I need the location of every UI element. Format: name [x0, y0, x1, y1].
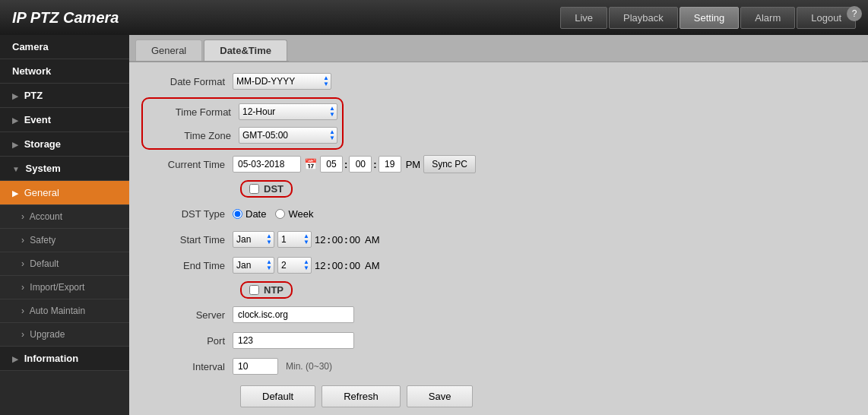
end-month-wrapper: JanFebMar ▲▼ [233, 257, 274, 274]
dst-section-header: DST [141, 180, 856, 198]
main-layout: Camera Network ▶ PTZ ▶ Event ▶ Storage ▼… [0, 35, 868, 415]
nav-setting[interactable]: Setting [680, 7, 739, 29]
interval-hint: Min. (0~30) [286, 361, 332, 372]
sidebar: Camera Network ▶ PTZ ▶ Event ▶ Storage ▼… [0, 35, 129, 415]
sidebar-item-upgrade[interactable]: › Upgrade [0, 323, 129, 347]
calendar-icon[interactable]: 📅 [304, 158, 317, 170]
arrow-icon-importexport: › [21, 282, 24, 293]
sidebar-item-system[interactable]: ▼ System [0, 157, 129, 181]
radio-date-text: Date [246, 208, 266, 220]
date-format-label: Date Format [141, 76, 233, 87]
timezone-row: Time Zone GMT-05:00 GMT+00:00 GMT+08:00 … [147, 125, 337, 145]
interval-input[interactable]: 10 [233, 358, 278, 375]
timezone-label: Time Zone [147, 130, 239, 141]
start-ampm: AM [365, 234, 380, 246]
dst-label: DST [264, 183, 284, 195]
end-day-select[interactable]: 123 [277, 257, 312, 274]
radio-week-label[interactable]: Week [275, 208, 313, 220]
ampm-display: PM [406, 159, 421, 170]
server-label: Server [141, 309, 233, 321]
sidebar-item-safety[interactable]: › Safety [0, 229, 129, 252]
end-sep1: : [327, 260, 330, 271]
start-hour: 12 [315, 234, 325, 246]
content-area: Date Format MM-DD-YYYY DD-MM-YYYY YYYY-M… [129, 62, 868, 415]
sidebar-label-automaintain: Auto Maintain [30, 306, 85, 316]
end-time-control: JanFebMar ▲▼ 123 ▲▼ 12 : 00 : [233, 257, 380, 274]
sidebar-item-automaintain[interactable]: › Auto Maintain [0, 299, 129, 323]
server-control: clock.isc.org [233, 306, 354, 323]
sidebar-label-network: Network [12, 65, 51, 77]
sidebar-item-network[interactable]: Network [0, 59, 129, 84]
arrow-icon-automaintain: › [21, 306, 24, 316]
ntp-group: NTP [240, 281, 293, 299]
interval-control: 10 Min. (0~30) [233, 358, 332, 375]
time-format-select[interactable]: 12-Hour 24-Hour [239, 103, 337, 120]
current-time-row: Current Time 05-03-2018 📅 05 : 00 : 19 P… [141, 154, 856, 174]
radio-week-text: Week [288, 208, 313, 220]
tab-bar: General Date&Time ? [129, 35, 868, 62]
sync-pc-button[interactable]: Sync PC [423, 155, 476, 173]
arrow-icon-account: › [21, 211, 24, 222]
timezone-select[interactable]: GMT-05:00 GMT+00:00 GMT+08:00 [239, 127, 337, 144]
current-time-control: 05-03-2018 📅 05 : 00 : 19 PM Sync PC [233, 155, 476, 173]
end-month-select[interactable]: JanFebMar [233, 257, 274, 274]
start-month-select[interactable]: JanFebMar [233, 231, 274, 248]
start-time-label: Start Time [141, 234, 233, 246]
start-min: 00 [332, 234, 343, 246]
dst-checkbox[interactable] [249, 184, 259, 194]
port-row: Port 123 [141, 331, 856, 350]
nav-bar: Live Playback Setting Alarm Logout [560, 7, 856, 29]
end-min: 00 [332, 260, 343, 271]
ntp-checkbox[interactable] [249, 285, 259, 295]
radio-date-label[interactable]: Date [233, 208, 266, 220]
radio-week[interactable] [275, 209, 285, 219]
sidebar-item-ptz[interactable]: ▶ PTZ [0, 84, 129, 108]
end-sep2: : [344, 260, 347, 271]
sidebar-item-information[interactable]: ▶ Information [0, 347, 129, 371]
date-format-select[interactable]: MM-DD-YYYY DD-MM-YYYY YYYY-MM-DD [233, 73, 331, 90]
current-date-input[interactable]: 05-03-2018 [233, 156, 301, 173]
sidebar-item-importexport[interactable]: › Import/Export [0, 276, 129, 299]
sidebar-label-general: General [24, 187, 59, 198]
end-time-display: 12 : 00 : 00 AM [315, 260, 380, 271]
tab-datetime[interactable]: Date&Time [204, 40, 287, 61]
time-sep-2: : [373, 159, 376, 170]
header: IP PTZ Camera Live Playback Setting Alar… [0, 0, 868, 35]
save-button[interactable]: Save [407, 385, 474, 407]
sidebar-label-account: Account [30, 211, 62, 222]
radio-date[interactable] [233, 209, 242, 219]
default-button[interactable]: Default [240, 385, 315, 407]
tab-general[interactable]: General [135, 40, 202, 61]
sidebar-item-default[interactable]: › Default [0, 252, 129, 276]
port-control: 123 [233, 332, 354, 349]
interval-label: Interval [141, 361, 233, 372]
start-time-row: Start Time JanFebMar ▲▼ 123 ▲▼ [141, 230, 856, 249]
sidebar-item-storage[interactable]: ▶ Storage [0, 132, 129, 157]
sidebar-item-event[interactable]: ▶ Event [0, 108, 129, 132]
help-icon[interactable]: ? [847, 6, 862, 21]
sidebar-item-camera[interactable]: Camera [0, 35, 129, 59]
min-input[interactable]: 00 [349, 156, 372, 173]
server-input[interactable]: clock.isc.org [233, 306, 354, 323]
start-sep1: : [327, 234, 330, 246]
refresh-button[interactable]: Refresh [322, 385, 401, 407]
nav-live[interactable]: Live [560, 7, 607, 29]
end-ampm: AM [365, 260, 380, 271]
date-format-control: MM-DD-YYYY DD-MM-YYYY YYYY-MM-DD ▲▼ [233, 73, 331, 90]
sidebar-label-importexport: Import/Export [30, 282, 84, 293]
sidebar-label-storage: Storage [24, 138, 61, 150]
nav-playback[interactable]: Playback [609, 7, 678, 29]
nav-alarm[interactable]: Alarm [740, 7, 795, 29]
chevron-down-icon-system: ▼ [12, 165, 20, 173]
port-input[interactable]: 123 [233, 332, 354, 349]
sidebar-item-general[interactable]: ▶ General [0, 181, 129, 205]
hour-input[interactable]: 05 [320, 156, 343, 173]
sec-input[interactable]: 19 [379, 156, 401, 173]
end-time-row: End Time JanFebMar ▲▼ 123 ▲▼ [141, 255, 856, 275]
start-day-select[interactable]: 123 [277, 231, 312, 248]
date-format-select-wrapper: MM-DD-YYYY DD-MM-YYYY YYYY-MM-DD ▲▼ [233, 73, 331, 90]
sidebar-item-account[interactable]: › Account [0, 205, 129, 229]
end-time-label: End Time [141, 260, 233, 271]
dst-type-control: Date Week [233, 208, 313, 220]
dst-group: DST [240, 180, 293, 198]
